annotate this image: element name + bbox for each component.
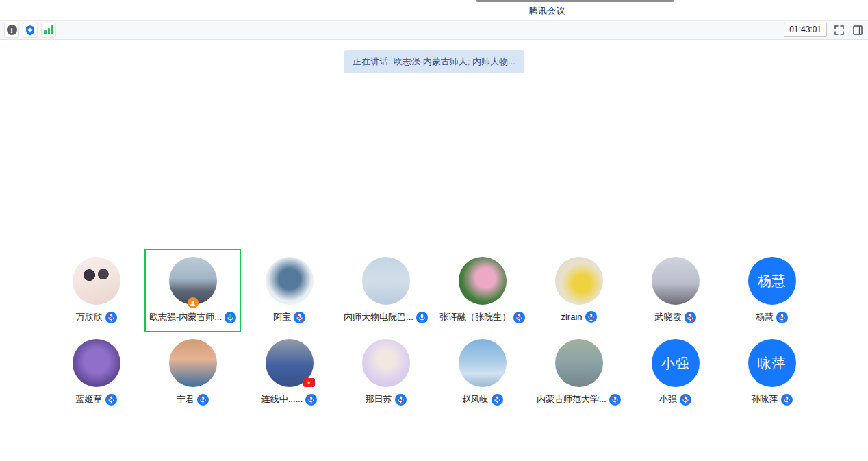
- participant-name: 内蒙古师范大学...: [537, 393, 607, 406]
- avatar: ★: [169, 257, 217, 305]
- mic-muted-icon[interactable]: [680, 394, 691, 406]
- mic-muted-icon[interactable]: [513, 312, 525, 323]
- title-bar: 腾讯会议: [0, 0, 868, 20]
- name-row: 阿宝: [273, 311, 305, 323]
- toolbar: i 01:43:01: [0, 20, 868, 40]
- mic-speaking-icon[interactable]: [225, 312, 236, 323]
- name-row: 万欣欣: [76, 311, 117, 323]
- participant-name: 宁君: [177, 393, 194, 406]
- name-row: 武晓霞: [655, 311, 696, 323]
- participant-cell[interactable]: ★ 蓝姬草: [48, 331, 144, 414]
- avatar-image: 小强: [652, 339, 700, 387]
- participant-cell[interactable]: ★ 阿宝: [241, 249, 337, 332]
- mic-muted-icon[interactable]: [395, 394, 407, 406]
- participant-row-1: ★ 万欣欣 ★ 欧志强-内蒙古师: [48, 249, 820, 332]
- info-button[interactable]: i: [4, 23, 19, 38]
- avatar: ★: [73, 257, 120, 305]
- top-panel-edge: [476, 0, 674, 2]
- mic-muted-icon[interactable]: [105, 312, 117, 323]
- toolbar-right: 01:43:01: [784, 23, 864, 37]
- fullscreen-icon[interactable]: [833, 24, 845, 36]
- participant-name: 阿宝: [273, 311, 291, 323]
- name-row: 内师大物电院巴...: [344, 311, 428, 323]
- avatar: ★: [169, 339, 217, 387]
- avatar: ★: [459, 339, 507, 387]
- avatar-image: [169, 339, 217, 387]
- avatar: ★: [555, 339, 603, 387]
- info-icon: i: [7, 25, 17, 35]
- avatar-image: [73, 257, 120, 305]
- speaking-banner: 正在讲话: 欧志强-内蒙古师大; 内师大物...: [344, 50, 524, 73]
- participant-cell[interactable]: ★ 张译融（张院生）: [434, 249, 531, 332]
- mic-muted-icon[interactable]: [105, 394, 117, 406]
- avatar: 咏萍 ★: [748, 339, 796, 387]
- participant-cell[interactable]: ★ 欧志强-内蒙古师...: [144, 249, 241, 332]
- avatar-image: [459, 257, 507, 305]
- name-row: 小强: [659, 393, 691, 406]
- participant-cell[interactable]: ★ 武晓霞: [627, 249, 724, 332]
- meeting-timer: 01:43:01: [784, 23, 827, 37]
- name-row: 杨慧: [756, 311, 788, 323]
- name-row: 蓝姬草: [76, 393, 117, 406]
- participant-row-2: ★ 蓝姬草 ★ 宁君: [48, 331, 820, 414]
- window-title: 腾讯会议: [528, 5, 565, 17]
- participant-cell[interactable]: 小强 ★ 小强: [627, 331, 724, 414]
- avatar: ★: [652, 257, 700, 305]
- participant-name: 赵凤岐: [462, 393, 489, 406]
- participant-cell[interactable]: 杨慧 ★ 杨慧: [724, 249, 820, 332]
- mic-muted-icon[interactable]: [685, 312, 696, 323]
- avatar: ★: [555, 257, 603, 305]
- mic-on-icon[interactable]: [416, 312, 428, 323]
- avatar: ★: [266, 339, 314, 387]
- participant-cell[interactable]: 咏萍 ★ 孙咏萍: [724, 331, 820, 414]
- participant-cell[interactable]: ★ 内蒙古师范大学...: [531, 331, 627, 414]
- participant-name: 杨慧: [756, 311, 774, 323]
- participant-name: 张译融（张院生）: [439, 311, 511, 323]
- mic-muted-icon[interactable]: [294, 312, 305, 323]
- avatar: ★: [459, 257, 507, 305]
- participant-cell[interactable]: ★ zlrain: [531, 249, 627, 332]
- participant-name: 小强: [659, 393, 677, 406]
- participant-cell[interactable]: ★ 内师大物电院巴...: [337, 249, 434, 332]
- avatar-image: [555, 339, 603, 387]
- network-quality-button[interactable]: [41, 23, 56, 38]
- avatar-image: [362, 257, 410, 305]
- avatar-image: [459, 339, 507, 387]
- mic-muted-icon[interactable]: [492, 394, 503, 406]
- flag-badge-icon: ★: [303, 378, 315, 387]
- name-row: 那日苏: [366, 393, 407, 406]
- mic-muted-icon[interactable]: [609, 394, 621, 406]
- avatar-image: 杨慧: [748, 257, 796, 305]
- participant-name: 欧志强-内蒙古师...: [149, 311, 222, 323]
- participant-name: 连线中......: [261, 393, 303, 406]
- avatar-image: [555, 257, 603, 305]
- meeting-window: 腾讯会议 i 01:43:01: [0, 0, 868, 461]
- participant-name: 万欣欣: [76, 311, 103, 323]
- participant-name: 那日苏: [366, 393, 392, 406]
- layout-panel-icon[interactable]: [852, 24, 864, 36]
- participant-cell[interactable]: ★ 连线中......: [241, 331, 337, 414]
- avatar: 小强 ★: [652, 339, 700, 387]
- avatar: ★: [362, 339, 410, 387]
- participant-cell[interactable]: ★ 万欣欣: [48, 249, 144, 332]
- participant-cell[interactable]: ★ 那日苏: [337, 331, 434, 414]
- mic-muted-icon[interactable]: [197, 394, 209, 406]
- mic-muted-icon[interactable]: [585, 311, 597, 323]
- security-button[interactable]: [23, 23, 38, 38]
- name-row: 连线中......: [261, 393, 318, 406]
- participant-name: 武晓霞: [655, 311, 682, 323]
- participant-name: 蓝姬草: [76, 393, 103, 406]
- participant-name: zlrain: [561, 312, 582, 322]
- participant-cell[interactable]: ★ 赵凤岐: [434, 331, 531, 414]
- host-badge-icon: [188, 297, 199, 308]
- participant-cell[interactable]: ★ 宁君: [144, 331, 241, 414]
- network-signal-icon: [44, 25, 53, 34]
- toolbar-left: i: [4, 23, 56, 38]
- mic-muted-icon[interactable]: [305, 394, 317, 406]
- name-row: 欧志强-内蒙古师...: [149, 311, 236, 323]
- mic-muted-icon[interactable]: [776, 312, 788, 323]
- mic-muted-icon[interactable]: [781, 394, 793, 406]
- avatar-image: 咏萍: [748, 339, 796, 387]
- shield-protect-icon: [24, 24, 36, 36]
- avatar: ★: [73, 339, 120, 387]
